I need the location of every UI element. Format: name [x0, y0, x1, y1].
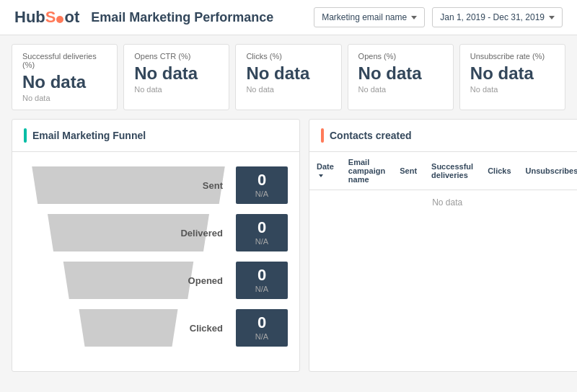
page-title: Email Marketing Performance: [91, 10, 302, 25]
contacts-col-2: Sent: [392, 152, 424, 190]
funnel-na-2: N/A: [255, 285, 268, 293]
main-content: Email Marketing Funnel Sent 0 N/A Delive…: [0, 119, 577, 383]
funnel-shape-wrap-3: Clicked: [24, 309, 236, 347]
contacts-col-4: Clicks: [480, 152, 518, 190]
funnel-row-sent: Sent 0 N/A: [24, 166, 288, 204]
email-name-dropdown[interactable]: Marketing email name: [314, 7, 425, 27]
funnel-panel: Email Marketing Funnel Sent 0 N/A Delive…: [12, 119, 300, 372]
funnel-num-1: 0: [257, 220, 266, 236]
contacts-col-3: Successful deliveries: [424, 152, 480, 190]
contacts-col-0[interactable]: Date: [309, 152, 341, 190]
funnel-value-box-2: 0 N/A: [236, 262, 288, 299]
metric-sub-0: No data: [22, 94, 107, 102]
metric-card-0: Successful deliveries (%) No data No dat…: [12, 44, 118, 110]
metric-label-3: Opens (%): [358, 52, 443, 61]
funnel-na-1: N/A: [255, 237, 268, 246]
metric-sub-3: No data: [358, 85, 443, 94]
funnel-value-box-1: 0 N/A: [236, 214, 288, 251]
date-dropdown-arrow: [549, 16, 555, 19]
metric-card-4: Unsubscribe rate (%) No data No data: [459, 44, 565, 110]
contacts-indicator: [321, 128, 324, 143]
metric-label-1: Opens CTR (%): [134, 52, 219, 61]
funnel-shape-svg-0: [24, 166, 233, 204]
funnel-indicator: [24, 128, 27, 143]
funnel-title: Email Marketing Funnel: [32, 130, 146, 141]
contacts-title: Contacts created: [330, 130, 412, 141]
funnel-row-label-1: Delivered: [180, 228, 230, 239]
header-controls: Marketing email name Jan 1, 2019 - Dec 3…: [314, 7, 563, 27]
funnel-row-delivered: Delivered 0 N/A: [24, 214, 288, 251]
logo-hub: Hub: [14, 8, 45, 26]
funnel-value-box-3: 0 N/A: [236, 309, 288, 347]
sort-arrow-icon: [319, 174, 323, 177]
funnel-row-opened: Opened 0 N/A: [24, 262, 288, 299]
funnel-num-3: 0: [257, 315, 266, 331]
logo: HubSot: [14, 8, 79, 27]
email-name-label: Marketing email name: [322, 12, 407, 22]
svg-marker-2: [63, 262, 194, 299]
date-range-dropdown[interactable]: Jan 1, 2019 - Dec 31, 2019: [432, 7, 563, 27]
metric-value-4: No data: [470, 63, 555, 84]
logo-ot: ot: [64, 8, 79, 26]
contacts-col-5: Unsubscribes: [519, 152, 577, 190]
contacts-col-1: Email campaign name: [341, 152, 392, 190]
metric-value-0: No data: [22, 72, 107, 92]
funnel-row-label-2: Opened: [188, 275, 230, 286]
metric-label-0: Successful deliveries (%): [22, 52, 107, 69]
funnel-content: Sent 0 N/A Delivered 0 N/A Opened 0 N/A: [12, 152, 299, 371]
metric-sub-4: No data: [470, 85, 555, 94]
date-range-label: Jan 1, 2019 - Dec 31, 2019: [440, 12, 545, 22]
contacts-table: DateEmail campaign nameSentSuccessful de…: [309, 152, 577, 215]
metric-card-3: Opens (%) No data No data: [348, 44, 454, 110]
svg-marker-0: [32, 166, 225, 204]
funnel-na-0: N/A: [255, 190, 268, 198]
no-data-row: No data: [309, 190, 577, 215]
funnel-num-2: 0: [257, 267, 266, 283]
funnel-header: Email Marketing Funnel: [12, 120, 299, 152]
metric-sub-1: No data: [134, 85, 219, 94]
metric-value-1: No data: [134, 63, 219, 84]
metric-card-2: Clicks (%) No data No data: [235, 44, 341, 110]
funnel-num-0: 0: [257, 172, 266, 188]
logo-dot: [56, 16, 63, 23]
header: HubSot Email Marketing Performance Marke…: [0, 0, 577, 35]
funnel-value-box-0: 0 N/A: [236, 166, 288, 204]
contacts-panel: Contacts created DateEmail campaign name…: [309, 119, 577, 372]
metric-card-1: Opens CTR (%) No data No data: [123, 44, 229, 110]
no-data-text: No data: [309, 190, 577, 215]
svg-marker-3: [79, 309, 178, 347]
funnel-shape-wrap-2: Opened: [24, 262, 236, 299]
metric-sub-2: No data: [246, 85, 330, 94]
metric-label-2: Clicks (%): [246, 52, 330, 61]
metric-value-3: No data: [358, 63, 443, 84]
email-dropdown-arrow: [411, 16, 417, 19]
funnel-row-label-3: Clicked: [190, 323, 230, 334]
metric-label-4: Unsubscribe rate (%): [470, 52, 555, 61]
contacts-header: Contacts created: [309, 120, 577, 152]
funnel-shape-wrap-1: Delivered: [24, 214, 236, 251]
funnel-shape-wrap-0: Sent: [24, 166, 236, 204]
funnel-row-label-0: Sent: [203, 180, 230, 191]
funnel-row-clicked: Clicked 0 N/A: [24, 309, 288, 347]
metrics-row: Successful deliveries (%) No data No dat…: [0, 35, 577, 119]
logo-spot-letter: S: [45, 8, 56, 26]
funnel-na-3: N/A: [255, 332, 268, 341]
metric-value-2: No data: [246, 63, 330, 84]
logo-text: HubSot: [14, 8, 79, 27]
